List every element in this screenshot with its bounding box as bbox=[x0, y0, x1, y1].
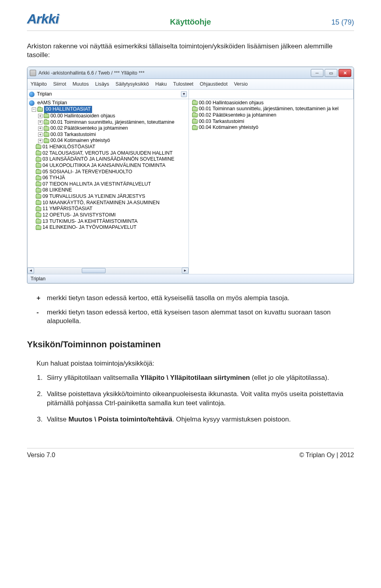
tree-label: 10 MAANKÄYTTÖ, RAKENTAMINEN JA ASUMINEN bbox=[42, 200, 160, 206]
tree-item[interactable]: +00.04 Kotimainen yhteistyö bbox=[29, 138, 189, 144]
section-intro: Kun haluat poistaa toimintoja/yksikköjä: bbox=[37, 359, 354, 368]
list-item[interactable]: 00.04 Kotimainen yhteistyö bbox=[190, 124, 354, 131]
menu-ohjaustiedot[interactable]: Ohjaustiedot bbox=[200, 81, 227, 87]
right-search[interactable] bbox=[189, 90, 354, 98]
tree-item[interactable]: 07 TIEDON HALLINTA JA VIESTINTÄPALVELUT bbox=[29, 181, 189, 188]
step3-part-c: . Ohjelma kysyy varmistuksen poistoon. bbox=[172, 416, 291, 423]
tree-item[interactable]: 09 TURVALLISUUS JA YLEINEN JÄRJESTYS bbox=[29, 193, 189, 200]
folder-icon bbox=[44, 139, 49, 143]
folder-icon bbox=[192, 113, 198, 117]
minus-sign: - bbox=[37, 308, 43, 326]
expand-icon[interactable]: + bbox=[38, 139, 42, 143]
tree-item[interactable]: 14 ELINKEINO- JA TYÖVOIMAPALVELUT bbox=[29, 224, 189, 231]
collapse-icon[interactable]: − bbox=[32, 107, 36, 112]
expand-icon[interactable]: + bbox=[38, 120, 42, 124]
tree-item[interactable]: 03 LAINSÄÄDÄNTÖ JA LAINSÄÄDÄNNÖN SOVELTA… bbox=[29, 156, 189, 163]
menu-siirrot[interactable]: Siirrot bbox=[53, 81, 66, 87]
tree-label: 00.04 Kotimainen yhteistyö bbox=[50, 138, 110, 144]
chevron-down-icon[interactable]: ▼ bbox=[181, 91, 187, 97]
window-title: Arkki -arkistonhallinta 6.6 / Tweb / ***… bbox=[38, 70, 310, 76]
section-heading: Yksikön/Toiminnon poistaminen bbox=[27, 339, 354, 351]
tree-item-selected[interactable]: − 00 HALLINTOASIAT bbox=[29, 106, 189, 113]
app-icon bbox=[30, 70, 36, 76]
organization-input[interactable] bbox=[36, 90, 181, 98]
tree-item[interactable]: +00.00 Hallintoasioiden ohjaus bbox=[29, 113, 189, 119]
tree-label: 00.03 Tarkastustoimi bbox=[50, 132, 96, 138]
tree-item[interactable]: 02 TALOUSASIAT, VEROTUS JA OMAISUUDEN HA… bbox=[29, 150, 189, 157]
step-1: Siirry ylläpitotilaan valitsemalla Ylläp… bbox=[44, 373, 354, 383]
menu-yllapito[interactable]: Ylläpito bbox=[31, 81, 47, 87]
tree-label: 12 OPETUS- JA SIVISTYSTOIMI bbox=[42, 212, 116, 218]
tree-item[interactable]: +00.01 Toiminnan suunnittelu, järjestämi… bbox=[29, 119, 189, 126]
header-divider bbox=[27, 31, 354, 31]
close-button[interactable]: ✕ bbox=[339, 69, 351, 77]
list-label: 00.01 Toiminnan suunnittelu, järjestämin… bbox=[199, 106, 339, 112]
definition-plus: + merkki tietyn tason edessä kertoo, ett… bbox=[37, 294, 354, 303]
tree-item[interactable]: 01 HENKILÖSTÖASIAT bbox=[29, 144, 189, 150]
list-pane: 00.00 Hallintoasioiden ohjaus 00.01 Toim… bbox=[189, 99, 354, 274]
tree-selected-label: 00 HALLINTOASIAT bbox=[44, 106, 92, 113]
tree-item[interactable]: +00.02 Päätöksenteko ja johtaminen bbox=[29, 125, 189, 132]
tree-root[interactable]: eAMS Triplan bbox=[29, 100, 189, 106]
folder-icon bbox=[36, 145, 41, 149]
doc-title: Käyttöohje bbox=[170, 17, 211, 27]
folder-icon bbox=[36, 226, 41, 230]
tree-label: 06 TYHJÄ bbox=[42, 175, 65, 181]
page-footer: Versio 7.0 © Triplan Oy | 2012 bbox=[27, 448, 354, 459]
menu-sailytysyksikko[interactable]: Säilytysyksikkö bbox=[115, 81, 149, 87]
menu-lisays[interactable]: Lisäys bbox=[95, 81, 109, 87]
folder-icon bbox=[192, 126, 198, 130]
right-search-input[interactable] bbox=[190, 90, 352, 98]
expand-icon[interactable]: + bbox=[38, 126, 42, 131]
tree-item[interactable]: +00.03 Tarkastustoimi bbox=[29, 132, 189, 138]
menu-versio[interactable]: Versio bbox=[234, 81, 248, 87]
organization-combo[interactable]: ▼ bbox=[27, 90, 189, 98]
globe-icon bbox=[29, 92, 35, 97]
tree-item[interactable]: 13 TUTKIMUS- JA KEHITTÄMISTOIMINTA bbox=[29, 218, 189, 225]
tree-label: 03 LAINSÄÄDÄNTÖ JA LAINSÄÄDÄNNÖN SOVELTA… bbox=[42, 156, 174, 163]
tree-label: 00.01 Toiminnan suunnittelu, järjestämin… bbox=[50, 119, 174, 126]
menu-haku[interactable]: Haku bbox=[155, 81, 167, 87]
menu-muutos[interactable]: Muutos bbox=[73, 81, 89, 87]
tree-label: 09 TURVALLISUUS JA YLEINEN JÄRJESTYS bbox=[42, 193, 145, 200]
tree-item[interactable]: 12 OPETUS- JA SIVISTYSTOIMI bbox=[29, 212, 189, 218]
folder-icon bbox=[36, 207, 41, 211]
intro-paragraph: Arkiston rakenne voi näyttää esimerkiksi… bbox=[27, 42, 354, 59]
tree-item[interactable]: 10 MAANKÄYTTÖ, RAKENTAMINEN JA ASUMINEN bbox=[29, 200, 189, 206]
definition-minus-text: merkki tietyn tason edessä kertoo, että … bbox=[47, 308, 354, 326]
scroll-thumb[interactable] bbox=[82, 268, 106, 273]
list-item[interactable]: 00.03 Tarkastustoimi bbox=[190, 119, 354, 125]
horizontal-scrollbar[interactable]: ◄ ► bbox=[27, 267, 189, 274]
logo: Arkki bbox=[27, 11, 59, 27]
menu-tulosteet[interactable]: Tulosteet bbox=[173, 81, 193, 87]
expand-icon[interactable]: + bbox=[38, 132, 42, 137]
tree-label: 02 TALOUSASIAT, VEROTUS JA OMAISUUDEN HA… bbox=[42, 150, 173, 157]
expand-icon[interactable]: + bbox=[38, 114, 42, 118]
tree-item[interactable]: 11 YMPÄRISTÖASIAT bbox=[29, 206, 189, 212]
globe-icon bbox=[29, 100, 35, 106]
folder-icon bbox=[44, 114, 49, 118]
folder-icon bbox=[44, 120, 49, 124]
step3-bold: Muutos \ Poista toiminto/tehtävä bbox=[69, 416, 173, 423]
tree-item[interactable]: 05 SOSIAALI- JA TERVEYDENHUOLTO bbox=[29, 169, 189, 175]
tree-label: 00.00 Hallintoasioiden ohjaus bbox=[50, 113, 115, 119]
list-item[interactable]: 00.02 Päätöksenteko ja johtaminen bbox=[190, 112, 354, 119]
folder-icon bbox=[36, 219, 41, 224]
folder-icon bbox=[44, 132, 49, 137]
menubar: Ylläpito Siirrot Muutos Lisäys Säilytysy… bbox=[27, 79, 354, 90]
scroll-left-icon[interactable]: ◄ bbox=[27, 268, 34, 274]
folder-icon bbox=[36, 213, 41, 217]
list-item[interactable]: 00.00 Hallintoasioiden ohjaus bbox=[190, 100, 354, 106]
tree-label: 13 TUTKIMUS- JA KEHITTÄMISTOIMINTA bbox=[42, 218, 138, 225]
tree-label: 04 ULKOPOLITIIKKA JA KANSAINVÄLINEN TOIM… bbox=[42, 163, 165, 169]
list-item[interactable]: 00.01 Toiminnan suunnittelu, järjestämin… bbox=[190, 106, 354, 112]
minimize-button[interactable]: ─ bbox=[311, 69, 323, 77]
scroll-right-icon[interactable]: ► bbox=[182, 268, 189, 274]
folder-icon bbox=[192, 119, 198, 124]
maximize-button[interactable]: ▭ bbox=[325, 69, 337, 77]
tree-item[interactable]: 06 TYHJÄ bbox=[29, 175, 189, 181]
tree-item[interactable]: 04 ULKOPOLITIIKKA JA KANSAINVÄLINEN TOIM… bbox=[29, 163, 189, 169]
tree-item[interactable]: 08 LIIKENNE bbox=[29, 187, 189, 193]
folder-icon bbox=[36, 151, 41, 155]
plus-sign: + bbox=[37, 294, 43, 303]
